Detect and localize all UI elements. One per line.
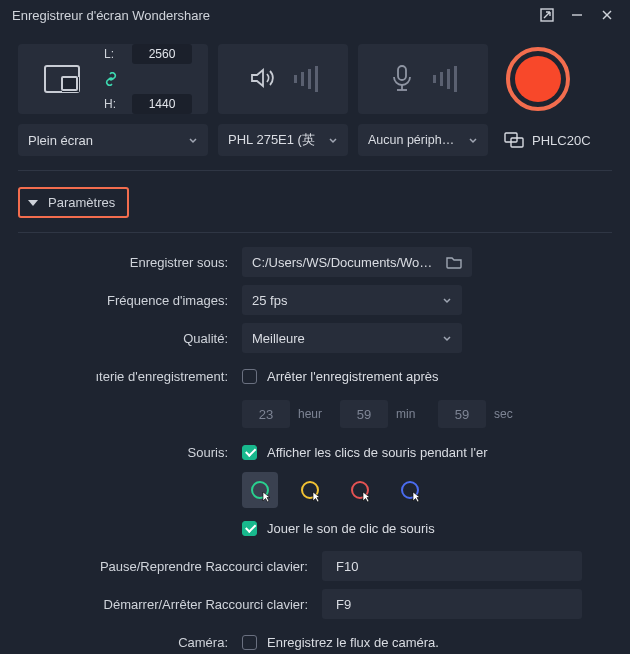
- system-audio-panel[interactable]: [218, 44, 348, 114]
- timer-seconds[interactable]: 59: [438, 400, 486, 428]
- audio-device-select[interactable]: PHL 275E1 (英: [218, 124, 348, 156]
- device-select-row: Plein écran PHL 275E1 (英 Aucun périphéri…: [0, 124, 630, 170]
- capture-mode-value: Plein écran: [28, 133, 180, 148]
- show-clicks-checkbox[interactable]: [242, 445, 257, 460]
- fps-label: Fréquence d'images:: [18, 293, 228, 308]
- shortcut-start-field[interactable]: F9: [322, 589, 582, 619]
- height-label: H:: [104, 97, 122, 111]
- cursor-arrow-icon: [412, 491, 422, 503]
- save-to-label: Enregistrer sous:: [18, 255, 228, 270]
- timer-stop-checkbox[interactable]: [242, 369, 257, 384]
- timer-minutes-unit: min: [396, 407, 430, 421]
- shortcut-pause-label: Pause/Reprendre Raccourci clavier:: [18, 559, 308, 574]
- microphone-panel[interactable]: [358, 44, 488, 114]
- timer-minutes[interactable]: 59: [340, 400, 388, 428]
- timer-stop-label: Arrêter l'enregistrement après: [267, 369, 439, 384]
- fps-value: 25 fps: [252, 293, 442, 308]
- timer-hours[interactable]: 23: [242, 400, 290, 428]
- minimize-button[interactable]: [562, 0, 592, 30]
- shortcut-start-value: F9: [336, 597, 351, 612]
- save-to-field[interactable]: C:/Users/WS/Documents/Wonder: [242, 247, 472, 277]
- mic-device-select[interactable]: Aucun périphérique: [358, 124, 488, 156]
- width-value[interactable]: 2560: [132, 44, 192, 64]
- folder-icon[interactable]: [446, 255, 462, 269]
- play-click-sound-checkbox[interactable]: [242, 521, 257, 536]
- cursor-color-option[interactable]: [242, 472, 278, 508]
- record-icon: [515, 56, 561, 102]
- link-dimensions-icon[interactable]: [104, 72, 118, 86]
- show-clicks-label: Afficher les clics de souris pendant l'e…: [267, 445, 487, 460]
- parameters-label: Paramètres: [48, 195, 115, 210]
- chevron-down-icon: [442, 333, 452, 343]
- quality-select[interactable]: Meilleure: [242, 323, 462, 353]
- cursor-color-option[interactable]: [342, 472, 378, 508]
- quality-value: Meilleure: [252, 331, 442, 346]
- audio-device-value: PHL 275E1 (英: [228, 131, 320, 149]
- cursor-arrow-icon: [312, 491, 322, 503]
- timer-label: ıterie d'enregistrement:: [18, 369, 228, 384]
- cursor-color-option[interactable]: [292, 472, 328, 508]
- parameters-toggle[interactable]: Paramètres: [18, 187, 129, 218]
- chevron-down-icon: [442, 295, 452, 305]
- fps-select[interactable]: 25 fps: [242, 285, 462, 315]
- chevron-down-icon: [328, 135, 338, 145]
- dimensions: L: 2560 H: 1440: [104, 44, 192, 114]
- svg-rect-7: [398, 66, 406, 80]
- cursor-arrow-icon: [362, 491, 372, 503]
- cursor-arrow-icon: [262, 491, 272, 503]
- remote-display-label: PHLC20C: [532, 133, 591, 148]
- mic-device-value: Aucun périphérique: [368, 133, 460, 147]
- cursor-color-option[interactable]: [392, 472, 428, 508]
- timer-seconds-unit: sec: [494, 407, 528, 421]
- shortcut-pause-value: F10: [336, 559, 358, 574]
- play-click-sound-label: Jouer le son de clic de souris: [267, 521, 435, 536]
- timer-hours-unit: heur: [298, 407, 332, 421]
- width-label: L:: [104, 47, 122, 61]
- record-button-wrap: [498, 44, 578, 114]
- triangle-down-icon: [28, 200, 38, 206]
- screen-capture-panel[interactable]: L: 2560 H: 1440: [18, 44, 208, 114]
- chevron-down-icon: [188, 135, 198, 145]
- audio-level-icon: [294, 66, 318, 92]
- height-value[interactable]: 1440: [132, 94, 192, 114]
- mic-level-icon: [433, 66, 457, 92]
- mouse-label: Souris:: [18, 445, 228, 460]
- record-button[interactable]: [506, 47, 570, 111]
- separator: [18, 170, 612, 171]
- titlebar: Enregistreur d'écran Wondershare: [0, 0, 630, 30]
- save-to-value: C:/Users/WS/Documents/Wonder: [252, 255, 436, 270]
- window-title: Enregistreur d'écran Wondershare: [12, 8, 532, 23]
- screen-area-icon: [34, 51, 90, 107]
- camera-label: Caméra:: [18, 635, 228, 650]
- remote-display[interactable]: PHLC20C: [498, 132, 591, 148]
- capture-mode-select[interactable]: Plein écran: [18, 124, 208, 156]
- detach-icon[interactable]: [532, 0, 562, 30]
- cursor-color-row: [242, 472, 604, 508]
- shortcut-start-label: Démarrer/Arrêter Raccourci clavier:: [18, 597, 308, 612]
- capture-panel-row: L: 2560 H: 1440: [0, 30, 630, 124]
- close-button[interactable]: [592, 0, 622, 30]
- camera-record-label: Enregistrez le flux de caméra.: [267, 635, 439, 650]
- quality-label: Qualité:: [18, 331, 228, 346]
- microphone-icon: [389, 64, 415, 95]
- shortcut-pause-field[interactable]: F10: [322, 551, 582, 581]
- camera-record-checkbox[interactable]: [242, 635, 257, 650]
- speaker-icon: [248, 64, 276, 95]
- chevron-down-icon: [468, 135, 478, 145]
- settings-form: Enregistrer sous: C:/Users/WS/Documents/…: [0, 233, 630, 654]
